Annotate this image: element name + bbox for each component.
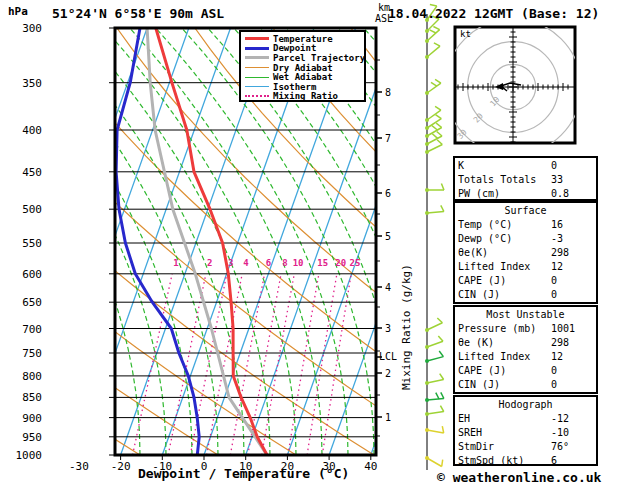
svg-text:25: 25 — [350, 258, 361, 268]
stats-row: StmDir76° — [458, 440, 593, 454]
wind-barb-column — [425, 5, 444, 471]
svg-text:750: 750 — [22, 347, 42, 360]
legend-line-sample — [245, 77, 269, 78]
asl-unit-label: ASL — [370, 13, 398, 24]
svg-text:40: 40 — [364, 460, 377, 473]
svg-text:-20: -20 — [111, 460, 131, 473]
mixing-ratio-axis-label: Mixing Ratio (g/kg) — [400, 228, 413, 390]
stats-label: CIN (J) — [458, 378, 551, 392]
svg-text:4: 4 — [385, 282, 391, 293]
legend-label: Dewpoint — [273, 43, 316, 53]
legend-item: Mixing Ratio — [245, 92, 364, 102]
stats-label: CAPE (J) — [458, 364, 551, 378]
stats-value: -3 — [551, 232, 593, 246]
stats-value: -10 — [551, 426, 593, 440]
stats-row: CAPE (J)0 — [458, 274, 593, 288]
wet-adiabat-line — [52, 28, 244, 455]
svg-text:1: 1 — [173, 258, 178, 268]
stats-value: 0 — [551, 288, 593, 302]
stats-value: 1001 — [551, 322, 593, 336]
wet-adiabat-line — [26, 28, 218, 455]
stats-value: 298 — [551, 246, 593, 260]
pressure-axis: 3003504004505005506006507007508008509009… — [16, 22, 116, 462]
stats-value: 298 — [551, 336, 593, 350]
chart-legend: TemperatureDewpointParcel TrajectoryDry … — [239, 30, 366, 102]
hodograph-ring-label: 40 — [439, 144, 452, 157]
stats-label: StmDir — [458, 440, 551, 454]
mixing-ratio-labels: 12346810152025 — [173, 258, 360, 268]
mixing-ratio-line — [288, 274, 319, 455]
svg-text:1000: 1000 — [16, 449, 43, 462]
km-axis: 87654321 — [376, 60, 391, 436]
stats-box: SurfaceTemp (°C)16Dewp (°C)-3θe(K)298Lif… — [453, 201, 598, 304]
svg-text:500: 500 — [22, 203, 42, 216]
stats-box-title: Surface — [458, 204, 593, 218]
stats-value: 0 — [551, 159, 593, 173]
svg-text:2: 2 — [385, 368, 391, 379]
legend-label: Dry Adiabat — [273, 63, 333, 73]
stats-label: Temp (°C) — [458, 218, 551, 232]
station-title: 51°24'N 6°58'E 90m ASL — [52, 6, 224, 21]
stats-value: 12 — [551, 350, 593, 364]
stats-label: θe (K) — [458, 336, 551, 350]
stats-label: Lifted Index — [458, 350, 551, 364]
svg-text:-30: -30 — [69, 460, 89, 473]
km-unit-label: km — [370, 2, 398, 13]
stats-label: CAPE (J) — [458, 274, 551, 288]
legend-label: Parcel Trajectory — [273, 53, 365, 63]
lcl-label: LCL — [379, 351, 397, 362]
pressure-unit-label: hPa — [8, 5, 28, 18]
stats-row: Lifted Index12 — [458, 260, 593, 274]
svg-text:850: 850 — [22, 391, 42, 404]
stats-row: CIN (J)0 — [458, 288, 593, 302]
stats-label: Totals Totals — [458, 173, 551, 187]
isotherm-line — [79, 28, 231, 455]
stats-box: Most UnstablePressure (mb)1001θe (K)298L… — [453, 305, 598, 394]
legend-item: Wet Adiabat — [245, 72, 364, 82]
legend-line-sample — [245, 86, 269, 87]
stats-box: K0Totals Totals33PW (cm)0.8 — [453, 156, 598, 201]
legend-line-sample — [245, 37, 269, 40]
stats-row: Temp (°C)16 — [458, 218, 593, 232]
stats-value: 0.8 — [551, 187, 593, 201]
svg-text:800: 800 — [22, 370, 42, 383]
stats-value: 0 — [551, 364, 593, 378]
wet-adiabat-line — [0, 28, 88, 455]
svg-text:8: 8 — [385, 87, 391, 98]
stats-value: -12 — [551, 412, 593, 426]
isotherm-line — [0, 28, 22, 455]
stats-label: Dewp (°C) — [458, 232, 551, 246]
stats-row: EH-12 — [458, 412, 593, 426]
stats-box-title: Hodograph — [458, 398, 593, 412]
stats-row: CAPE (J)0 — [458, 364, 593, 378]
stats-row: StmSpd (kt)6 — [458, 454, 593, 468]
legend-item: Dewpoint — [245, 44, 364, 54]
mixing-ratio-line — [168, 274, 206, 455]
stats-row: K0 — [458, 159, 593, 173]
svg-text:15: 15 — [317, 258, 328, 268]
stats-row: Lifted Index12 — [458, 350, 593, 364]
legend-label: Wet Adiabat — [273, 72, 333, 82]
stats-label: SREH — [458, 426, 551, 440]
stats-row: PW (cm)0.8 — [458, 187, 593, 201]
svg-text:900: 900 — [22, 412, 42, 425]
stats-value: 6 — [551, 454, 593, 468]
svg-text:3: 3 — [228, 258, 233, 268]
wet-adiabat-line — [0, 28, 114, 455]
stats-value: 0 — [551, 274, 593, 288]
stats-row: Dewp (°C)-3 — [458, 232, 593, 246]
stats-row: Pressure (mb)1001 — [458, 322, 593, 336]
svg-text:5: 5 — [385, 231, 391, 242]
stats-box-title: Most Unstable — [458, 308, 593, 322]
svg-text:4: 4 — [243, 258, 249, 268]
stats-label: EH — [458, 412, 551, 426]
x-axis-label: Dewpoint / Temperature (°C) — [138, 466, 349, 481]
svg-text:350: 350 — [22, 77, 42, 90]
hodograph-unit-label: kt — [460, 29, 471, 39]
svg-text:2: 2 — [207, 258, 212, 268]
svg-text:650: 650 — [22, 296, 42, 309]
legend-item: Parcel Trajectory — [245, 53, 364, 63]
svg-text:7: 7 — [385, 133, 391, 144]
legend-line-sample — [245, 67, 269, 68]
mixing-ratio-line — [307, 274, 337, 455]
